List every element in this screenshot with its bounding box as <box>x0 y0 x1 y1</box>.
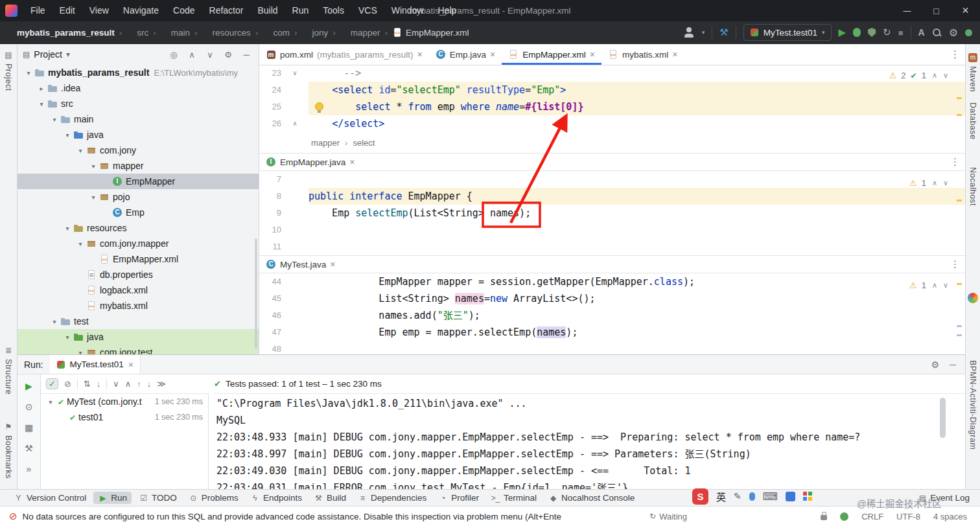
sort-by-duration-icon[interactable] <box>97 379 101 389</box>
code-text[interactable]: --> <box>309 65 965 82</box>
idea-logo-icon[interactable] <box>5 5 18 17</box>
stripe-mark[interactable] <box>957 114 962 116</box>
chevron-icon[interactable]: ▸ <box>36 85 47 92</box>
tree-item[interactable]: ▾ src <box>18 96 259 111</box>
menu-item[interactable]: Navigate <box>116 0 166 21</box>
editor-tab[interactable]: pom.xml (mybatis_params_result) <box>259 44 429 65</box>
tree-item[interactable]: Emp <box>18 205 259 220</box>
jrebel-icon[interactable] <box>968 293 978 303</box>
rerun-tests-button[interactable] <box>25 381 32 391</box>
gear-icon[interactable]: ⚙ <box>931 360 940 370</box>
tree-item[interactable]: ▾ com.jony.test <box>18 345 259 354</box>
prev-warning-icon[interactable]: ∧ <box>932 71 937 80</box>
breadcrumb-item[interactable]: resources <box>202 27 263 38</box>
chevron-down-icon[interactable]: ▾ <box>66 50 70 59</box>
fold-icon[interactable] <box>281 82 309 98</box>
statusbar-item[interactable]: ϟ Endpoints <box>246 492 307 504</box>
breadcrumb-item[interactable]: EmpMapper.xml <box>392 27 469 38</box>
next-warning-icon[interactable]: ∨ <box>943 179 948 187</box>
console-scrollbar[interactable] <box>940 398 946 438</box>
tool-window-button[interactable]: ≣ Structure <box>0 346 17 394</box>
ime-grid-icon[interactable] <box>803 492 812 501</box>
chevron-icon[interactable]: ▾ <box>49 116 60 123</box>
collapse-all-icon[interactable] <box>125 379 132 389</box>
tree-item[interactable]: ▾ resources <box>18 220 259 236</box>
menu-item[interactable]: View <box>82 0 116 21</box>
chevron-icon[interactable]: ▾ <box>75 147 86 154</box>
fold-icon[interactable] <box>281 205 309 222</box>
rerun-icon[interactable]: ↻ <box>883 27 891 38</box>
code-text[interactable]: List<String> names=new ArrayList<>(); <box>309 290 965 307</box>
java-editor[interactable]: 7 8 public interface EmpMapper { 9 Emp s… <box>259 171 965 255</box>
statusbar-item[interactable]: ☑ TODO <box>134 492 181 504</box>
tree-item[interactable]: ▾ main <box>18 111 259 127</box>
chevron-icon[interactable]: ▾ <box>88 194 99 201</box>
sort-alphabetically-icon[interactable] <box>84 379 91 389</box>
project-scrollbar[interactable] <box>255 238 257 349</box>
locate-file-icon[interactable]: ◎ <box>167 50 181 60</box>
lock-icon[interactable] <box>821 515 827 520</box>
chevron-icon[interactable]: ▾ <box>36 100 47 108</box>
maximize-button[interactable] <box>922 0 951 21</box>
fold-icon[interactable] <box>281 273 309 290</box>
breadcrumb-item[interactable]: src <box>126 27 161 38</box>
stripe-mark[interactable] <box>957 334 962 336</box>
chevron-icon[interactable]: ▾ <box>88 163 99 170</box>
debug-button[interactable] <box>853 28 861 37</box>
menu-item[interactable]: Tools <box>316 0 351 21</box>
editor-tab[interactable]: EmpMapper.java <box>259 154 362 171</box>
code-text[interactable]: names.add("张三"); <box>309 307 965 324</box>
editor-tab[interactable]: EmpMapper.xml <box>502 44 601 65</box>
tree-item[interactable]: EmpMapper <box>18 174 259 189</box>
tree-item[interactable]: ▾ com.jony <box>18 143 259 158</box>
translate-icon[interactable]: A <box>918 27 925 38</box>
keyboard-icon[interactable] <box>763 490 778 503</box>
run-button[interactable]: ▶ <box>839 27 846 38</box>
statusbar-item[interactable]: ≡ Dependencies <box>353 492 431 504</box>
wrench-icon[interactable] <box>25 443 33 453</box>
collapse-all-icon[interactable]: ∧ <box>185 50 199 60</box>
expand-all-icon[interactable] <box>113 379 119 389</box>
tree-item[interactable]: ▾ com.jony.mapper <box>18 236 259 251</box>
run-console[interactable]: "C:\Program Files\Java\jdk1.8.0_211\bin\… <box>209 395 956 489</box>
run-configuration-select[interactable]: MyTest.test01 ▾ <box>743 24 832 41</box>
tree-item[interactable]: ▾ mapper <box>18 158 259 174</box>
tool-window-button[interactable]: ⚑ Bookmarks <box>0 422 17 479</box>
more-icon[interactable] <box>157 379 166 389</box>
fold-icon[interactable] <box>281 188 309 205</box>
more-icon[interactable] <box>950 156 960 168</box>
editor-tab[interactable]: mybatis.xml <box>601 44 684 65</box>
fold-icon[interactable] <box>281 98 309 115</box>
menu-item[interactable]: Code <box>166 0 202 21</box>
close-icon[interactable] <box>330 259 335 269</box>
code-text[interactable]: select * from emp where name=#{list[0]} <box>309 98 965 115</box>
close-icon[interactable] <box>590 49 595 60</box>
xml-editor[interactable]: 23 ∨ --> 24 <select id="selectEmp" resul… <box>259 65 965 132</box>
statusbar-widget[interactable]: 4 spaces <box>933 512 967 521</box>
fold-icon[interactable]: ∧ <box>281 115 309 132</box>
menu-item[interactable]: VCS <box>351 0 384 21</box>
close-button[interactable] <box>951 0 980 21</box>
chevron-icon[interactable]: ▾ <box>75 240 86 247</box>
grazie-status-icon[interactable] <box>965 29 972 36</box>
code-text[interactable] <box>309 238 965 255</box>
code-text[interactable]: Emp selectEmp(List<String> names); <box>309 205 965 222</box>
stripe-mark[interactable] <box>957 283 962 285</box>
statusbar-widget[interactable]: CRLF <box>861 512 883 521</box>
fold-icon[interactable] <box>281 290 309 307</box>
pen-icon[interactable] <box>734 490 741 502</box>
fold-icon[interactable] <box>281 324 309 341</box>
tree-item[interactable]: ▾ pojo <box>18 189 259 205</box>
show-passed-toggle[interactable] <box>46 378 58 389</box>
ime-language-indicator[interactable]: 英 <box>716 490 726 503</box>
statusbar-item[interactable]: ⚒ Build <box>309 492 351 504</box>
build-hammer-icon[interactable]: ⚒ <box>719 27 728 38</box>
menu-item[interactable]: Run <box>285 0 316 21</box>
editor-tab[interactable]: MyTest.java <box>259 256 342 273</box>
breadcrumb-item[interactable]: mybatis_params_result <box>6 27 126 38</box>
tool-window-button[interactable]: Nocalhost <box>966 167 980 206</box>
code-text[interactable] <box>309 222 965 238</box>
tree-item[interactable]: logback.xml <box>18 282 259 298</box>
stripe-mark[interactable] <box>957 200 962 201</box>
next-test-icon[interactable] <box>147 379 152 389</box>
